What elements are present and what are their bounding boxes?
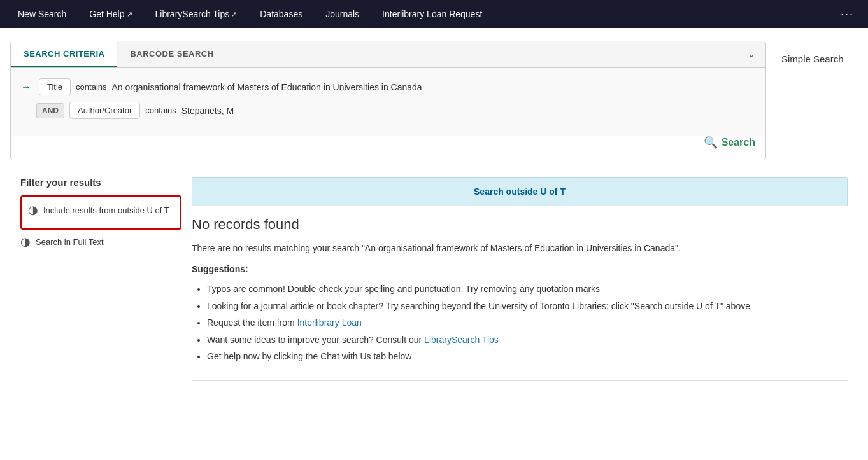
suggestion-5: Get help now by clicking the Chat with U…	[207, 348, 848, 365]
operator-contains-2: contains	[145, 106, 176, 115]
conjunction-and[interactable]: AND	[36, 103, 64, 118]
filter-full-text-label: Search in Full Text	[36, 237, 104, 247]
no-records-heading: No records found	[192, 216, 848, 233]
tab-barcode-search[interactable]: BARCODE SEARCH	[117, 41, 226, 67]
suggestion-3: Request the item from Interlibrary Loan	[207, 314, 848, 331]
filter-include-outside-label: Include results from outside U of T	[43, 206, 169, 215]
suggestions-heading: Suggestions:	[192, 264, 848, 274]
search-outside-button[interactable]: Search outside U of T	[192, 177, 848, 206]
nav-new-search[interactable]: New Search	[6, 0, 78, 28]
external-link-icon: ↗	[231, 10, 237, 18]
suggestion-4: Want some ideas to improve your search? …	[207, 331, 848, 349]
more-menu-button[interactable]: ···	[833, 8, 862, 21]
field-selector-author[interactable]: Author/Creator	[69, 102, 140, 119]
results-area: Search outside U of T No records found T…	[192, 177, 858, 381]
top-navigation: New Search Get Help ↗ LibrarySearch Tips…	[0, 0, 868, 28]
filter-include-outside[interactable]: ◑ Include results from outside U of T	[28, 203, 174, 217]
search-criteria-body: → Title contains An organisational frame…	[11, 68, 765, 136]
filter-sidebar: Filter your results ◑ Include results fr…	[10, 177, 192, 381]
external-link-icon: ↗	[127, 10, 132, 18]
filter-include-outside-highlighted[interactable]: ◑ Include results from outside U of T	[20, 195, 181, 230]
filter-title: Filter your results	[20, 177, 181, 188]
search-panel-collapse-button[interactable]: ⌄	[737, 41, 765, 67]
search-value-title: An organisational framework of Masters o…	[112, 82, 756, 92]
search-button[interactable]: 🔍 Search	[704, 136, 755, 150]
nav-librarysearch-tips[interactable]: LibrarySearch Tips ↗	[144, 0, 249, 28]
nav-journals[interactable]: Journals	[314, 0, 371, 28]
field-selector-title[interactable]: Title	[39, 78, 71, 95]
interlibrary-loan-link[interactable]: Interlibrary Loan	[297, 317, 362, 328]
filter-full-text[interactable]: ◑ Search in Full Text	[20, 235, 181, 249]
row-arrow-icon: →	[21, 81, 31, 93]
suggestion-1: Typos are common! Double-check your spel…	[207, 281, 848, 298]
nav-databases[interactable]: Databases	[248, 0, 314, 28]
bottom-divider	[192, 380, 848, 381]
suggestion-2: Looking for a journal article or book ch…	[207, 298, 848, 315]
nav-get-help[interactable]: Get Help ↗	[78, 0, 143, 28]
librarysearch-tips-link[interactable]: LibrarySearch Tips	[424, 335, 499, 345]
search-icon: 🔍	[704, 136, 718, 150]
search-row-2: AND Author/Creator contains Stepanets, M	[21, 102, 755, 119]
no-records-text: There are no results matching your searc…	[192, 242, 848, 255]
operator-contains-1: contains	[76, 82, 106, 92]
nav-interlibrary-loan[interactable]: Interlibrary Loan Request	[371, 0, 494, 28]
search-button-area: 🔍 Search	[11, 136, 765, 160]
suggestions-list: Typos are common! Double-check your spel…	[192, 281, 848, 365]
search-tabs: SEARCH CRITERIA BARCODE SEARCH ⌄	[11, 41, 765, 68]
search-row-1: → Title contains An organisational frame…	[21, 78, 755, 95]
simple-search-link[interactable]: Simple Search	[781, 53, 844, 64]
search-criteria-panel: SEARCH CRITERIA BARCODE SEARCH ⌄ → Title…	[10, 41, 766, 160]
toggle-icon-outside: ◑	[28, 203, 38, 217]
search-value-author: Stepanets, M	[181, 106, 755, 116]
tab-search-criteria[interactable]: SEARCH CRITERIA	[11, 41, 117, 67]
toggle-icon-fulltext: ◑	[20, 235, 31, 249]
simple-search-area: Simple Search	[781, 41, 858, 171]
